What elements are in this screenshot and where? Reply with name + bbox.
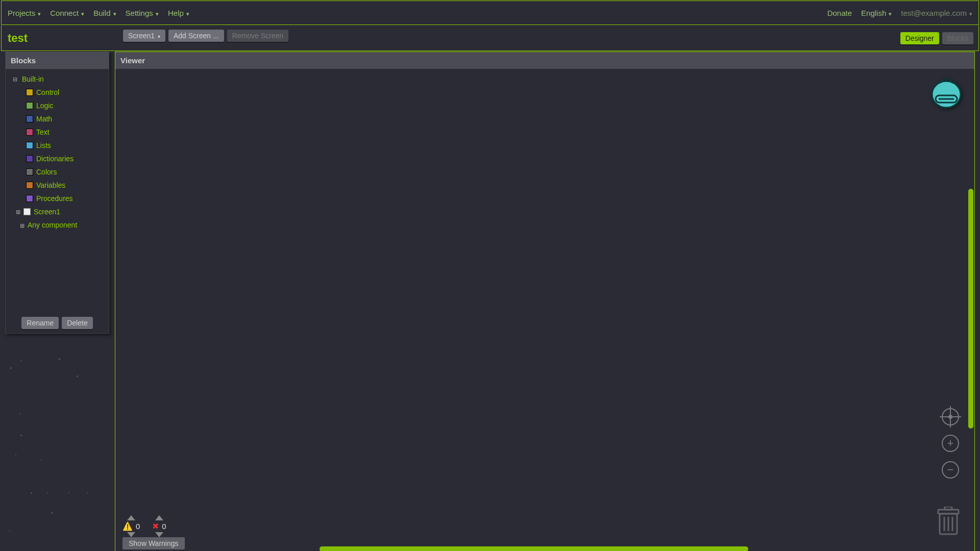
background-star bbox=[87, 492, 88, 493]
collapse-icon[interactable]: ⊟ bbox=[13, 75, 19, 83]
zoom-out-button[interactable]: − bbox=[942, 461, 959, 479]
category-colors[interactable]: Colors bbox=[26, 165, 106, 179]
category-label: Dictionaries bbox=[36, 155, 74, 163]
zoom-in-button[interactable]: + bbox=[942, 435, 959, 452]
background-star bbox=[9, 531, 10, 532]
category-logic[interactable]: Logic bbox=[26, 99, 106, 112]
error-up-icon[interactable] bbox=[155, 515, 163, 520]
background-star bbox=[47, 492, 48, 493]
menu-settings[interactable]: Settings ▾ bbox=[126, 9, 159, 17]
menubar-left: Projects ▾Connect ▾Build ▾Settings ▾Help… bbox=[8, 9, 189, 17]
category-label: Procedures bbox=[36, 194, 73, 203]
vertical-scrollbar[interactable] bbox=[968, 189, 973, 429]
donate-link[interactable]: Donate bbox=[827, 9, 852, 17]
screen-bar: Screen1 ▾ Add Screen ... Remove Screen bbox=[123, 30, 288, 42]
blocks-canvas[interactable]: + − ⚠️ 0 bbox=[115, 69, 974, 551]
background-star bbox=[10, 367, 12, 369]
expand-icon[interactable]: ⊞ bbox=[16, 209, 20, 215]
background-star bbox=[41, 459, 42, 460]
menu-label: Settings bbox=[126, 9, 153, 17]
background-star bbox=[15, 454, 16, 455]
category-procedures[interactable]: Procedures bbox=[26, 192, 106, 205]
category-color-icon bbox=[26, 129, 33, 136]
delete-button[interactable]: Delete bbox=[62, 317, 92, 329]
category-color-icon bbox=[26, 142, 33, 149]
category-color-icon bbox=[26, 182, 33, 189]
category-math[interactable]: Math bbox=[26, 112, 106, 126]
show-warnings-button[interactable]: Show Warnings bbox=[122, 537, 185, 549]
background-star bbox=[51, 512, 53, 514]
category-control[interactable]: Control bbox=[26, 86, 106, 99]
blocks-panel-footer: Rename Delete bbox=[6, 317, 109, 329]
add-screen-button[interactable]: Add Screen ... bbox=[168, 30, 224, 42]
backpack-icon[interactable] bbox=[928, 73, 964, 111]
caret-down-icon: ▾ bbox=[185, 11, 189, 17]
current-screen-label: Screen1 bbox=[128, 32, 155, 40]
expand-icon[interactable]: ⊞ bbox=[20, 222, 24, 229]
builtin-children: ControlLogicMathTextListsDictionariesCol… bbox=[13, 86, 106, 205]
category-text[interactable]: Text bbox=[26, 126, 106, 139]
screen-label: Screen1 bbox=[34, 208, 60, 216]
project-title: test bbox=[8, 32, 28, 45]
menu-build[interactable]: Build ▾ bbox=[93, 9, 116, 17]
menu-label: Help bbox=[168, 9, 184, 17]
category-label: Math bbox=[36, 115, 52, 123]
account-menu[interactable]: test@example.com ▾ bbox=[901, 9, 972, 17]
trash-icon[interactable] bbox=[937, 507, 960, 538]
screen-selector[interactable]: Screen1 ▾ bbox=[123, 30, 165, 42]
svg-rect-5 bbox=[945, 507, 952, 510]
blocks-panel-header: Blocks bbox=[6, 52, 109, 69]
panel-resize-handle[interactable] bbox=[109, 52, 113, 334]
menu-help[interactable]: Help ▾ bbox=[168, 9, 189, 17]
recenter-button[interactable] bbox=[942, 408, 959, 425]
category-color-icon bbox=[26, 102, 33, 109]
menu-label: Projects bbox=[8, 9, 35, 17]
error-down-icon[interactable] bbox=[155, 532, 163, 537]
category-dictionaries[interactable]: Dictionaries bbox=[26, 152, 106, 165]
category-label: Colors bbox=[36, 168, 57, 176]
screen-node[interactable]: ⊞ Screen1 bbox=[13, 205, 106, 218]
caret-down-icon: ▾ bbox=[36, 11, 41, 17]
category-variables[interactable]: Variables bbox=[26, 179, 106, 192]
caret-down-icon: ▾ bbox=[887, 11, 892, 17]
caret-down-icon: ▾ bbox=[112, 11, 116, 17]
caret-down-icon: ▾ bbox=[80, 11, 84, 17]
category-color-icon bbox=[26, 168, 33, 176]
blocks-panel: Blocks ⊟ Built-in ControlLogicMathTextLi… bbox=[5, 52, 109, 334]
error-counter: ✖ 0 bbox=[152, 515, 166, 537]
designer-tab[interactable]: Designer bbox=[900, 32, 939, 44]
error-count: 0 bbox=[162, 522, 166, 531]
rename-button[interactable]: Rename bbox=[21, 317, 59, 329]
category-color-icon bbox=[26, 115, 33, 122]
category-lists[interactable]: Lists bbox=[26, 139, 106, 152]
caret-down-icon: ▾ bbox=[968, 11, 972, 17]
error-icon: ✖ bbox=[152, 521, 159, 531]
blocks-tab[interactable]: Blocks bbox=[942, 32, 973, 44]
warning-up-icon[interactable] bbox=[127, 515, 135, 520]
menu-projects[interactable]: Projects ▾ bbox=[8, 9, 41, 17]
main-menubar: Projects ▾Connect ▾Build ▾Settings ▾Help… bbox=[1, 1, 979, 25]
background-star bbox=[20, 360, 21, 361]
menu-connect[interactable]: Connect ▾ bbox=[50, 9, 84, 17]
blocks-tree: ⊟ Built-in ControlLogicMathTextListsDict… bbox=[6, 69, 109, 232]
account-email: test@example.com bbox=[901, 9, 967, 17]
any-component-label: Any component bbox=[28, 221, 77, 229]
background-star bbox=[68, 492, 69, 493]
category-label: Text bbox=[36, 128, 50, 136]
background-star bbox=[19, 413, 20, 414]
warnings-area: ⚠️ 0 ✖ 0 bbox=[122, 515, 166, 537]
zoom-controls: + − bbox=[942, 408, 959, 479]
warning-icon: ⚠️ bbox=[122, 521, 133, 531]
background-star bbox=[59, 358, 60, 360]
horizontal-scrollbar[interactable] bbox=[320, 546, 748, 551]
category-label: Variables bbox=[36, 181, 65, 189]
project-bar: test Screen1 ▾ Add Screen ... Remove Scr… bbox=[1, 26, 979, 51]
warning-down-icon[interactable] bbox=[127, 532, 135, 537]
category-label: Control bbox=[36, 88, 59, 96]
background-star bbox=[77, 375, 78, 377]
builtin-node[interactable]: ⊟ Built-in bbox=[13, 72, 106, 86]
language-menu[interactable]: English ▾ bbox=[861, 9, 892, 17]
any-component-node[interactable]: ⊞Any component bbox=[13, 218, 106, 232]
menu-label: Build bbox=[93, 9, 110, 17]
category-color-icon bbox=[26, 89, 33, 96]
